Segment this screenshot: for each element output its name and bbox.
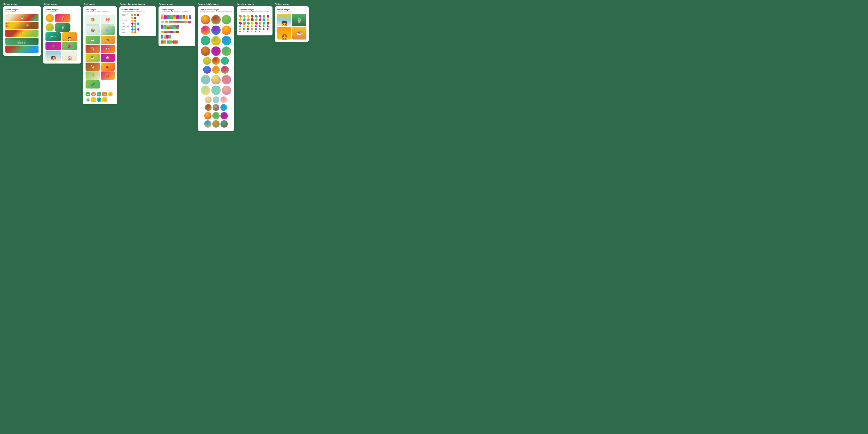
illus-row-3: Breakfast <box>122 20 154 22</box>
product-subtitle: Applied in product cards and on product … <box>161 11 193 12</box>
card-row-7: 🥬 🍓 <box>86 71 115 80</box>
callout-row-1: 🧃 <box>45 14 79 23</box>
column-header-callout: Callout images <box>43 3 81 5</box>
column-details: Product details images Product details i… <box>197 3 235 131</box>
card-row-3: 🥗 🧆 <box>86 36 115 44</box>
callout-row-5: 🧑 🏠 <box>45 51 79 61</box>
card-card: Card images Applied to homepage, medium,… <box>83 6 117 105</box>
column-header-product: Product images <box>158 3 195 5</box>
card-row-8-single: 🥒 <box>86 80 115 88</box>
banner-subtitle: Used in hero banners <box>5 11 38 12</box>
column-header-details: Product details images <box>197 3 235 5</box>
card-details: Product details images Applied on all pa… <box>197 6 235 131</box>
product-label-5: Drinks or to go <box>161 33 193 38</box>
illus-list: Customized / bowls Pasta Breakfast <box>122 14 154 33</box>
banner-image-2: 🧇 NEW NEW NEW <box>5 22 38 29</box>
banner-image-4: gotta jambo just gotta j... gotta jambo … <box>5 37 38 45</box>
illus-row-5: Salads & sides <box>122 25 154 28</box>
column-header-illus: Product illustration images <box>119 3 156 5</box>
card-row-5: 🥙 🥪 <box>86 54 115 62</box>
details-subtitle: Applied on all pages and modules dedicat… <box>200 11 232 13</box>
column-vertical: Vertical images Vertical images Used for… <box>275 3 309 42</box>
card-large-row-2: 📦 🥣 <box>86 25 115 35</box>
callout-subtitle: Used in callout banners <box>45 11 79 12</box>
banner-image-3: 🌮 <box>5 30 38 37</box>
card-subtitle: Applied to homepage, medium, and small c… <box>86 11 115 13</box>
column-banner: Banner images Banner images Used in hero… <box>3 3 41 56</box>
card-illus: Product Illustrations Applied in product… <box>119 6 156 36</box>
column-product: Product images Product images Applied in… <box>158 3 195 46</box>
column-ingredient: Ingredient images Ingredient images Used… <box>237 3 273 35</box>
column-header-ingredient: Ingredient images <box>237 3 273 5</box>
page-layout: Banner images Banner images Used in hero… <box>3 3 865 131</box>
column-header-banner: Banner images <box>3 3 41 5</box>
banner-title: Banner images <box>5 9 38 11</box>
vertical-images-grid: 👩 🧋 👩‍🦰 🥗 <box>277 14 306 39</box>
product-grid-container: Smoothies Bowls <box>161 14 193 44</box>
illus-row-2: Pasta <box>122 17 154 19</box>
product-label-3: Snacks <box>161 24 193 29</box>
column-callout: Callout images Callout images Used in ca… <box>43 3 81 63</box>
card-title: Card images <box>86 9 115 11</box>
product-title: Product images <box>161 9 193 11</box>
illus-row-1: Customized / bowls <box>122 14 154 16</box>
details-title: Product details images <box>200 9 232 11</box>
product-label-1: Smoothies <box>161 14 193 19</box>
callout-row-4: 🍩 🌺 <box>45 41 79 50</box>
callout-row-3: mix it up $5 👩 <box>45 32 79 41</box>
column-card: Card images Card images Applied to homep… <box>83 3 117 105</box>
ingredient-title: Ingredient images <box>239 9 270 11</box>
card-product: Product images Applied in product cards … <box>158 6 195 46</box>
callout-row-2: 🥤 <box>45 23 79 32</box>
small-cards-label: Small cards <box>86 89 115 91</box>
illus-title: Product Illustrations <box>122 9 154 11</box>
small-card-icons: 🥗 🍽️ 🥣 🫙 🥕 🌿 🍴 🫀 🤲 <box>86 92 115 102</box>
column-header-card: Card images <box>83 3 117 5</box>
card-large-row-1: 🎁 🎀 <box>86 15 115 25</box>
callout-title: Callout images <box>45 9 79 11</box>
illus-row-6: Drinks <box>122 28 154 31</box>
card-row-4: 🌯 🍱 <box>86 45 115 53</box>
card-ingredient: Ingredient images Used in set of nutrien… <box>237 6 273 35</box>
ingredient-grid-main <box>239 15 270 32</box>
product-label-6: Extras <box>161 39 193 44</box>
banner-image-1: 🥗 <box>5 14 38 21</box>
ingredient-subtitle: Used in set of nutrients within images a… <box>239 11 270 13</box>
card-banner: Banner images Used in hero banners 🥗 🧇 N… <box>3 6 41 56</box>
banner-image-5 <box>5 46 38 53</box>
vertical-title: Vertical images <box>277 9 306 11</box>
illus-row-4: Food <box>122 23 154 25</box>
card-vertical: Vertical images Used for marketing image… <box>275 6 309 42</box>
card-callout: Callout images Used in callout banners 🧃… <box>43 6 81 63</box>
card-row-6: 🍖 🥩 <box>86 62 115 71</box>
column-header-vertical: Vertical images <box>275 3 309 5</box>
vertical-subtitle: Used for marketing images <box>277 11 306 12</box>
details-bowls-1 <box>200 15 232 127</box>
product-label-2: Bowls <box>161 19 193 23</box>
illus-subtitle: Applied in product category buttons and … <box>122 11 154 12</box>
column-illus: Product illustration images Product Illu… <box>119 3 156 36</box>
product-label-4: Lunch & sides <box>161 29 193 33</box>
illus-row-7: Sides <box>122 31 154 33</box>
